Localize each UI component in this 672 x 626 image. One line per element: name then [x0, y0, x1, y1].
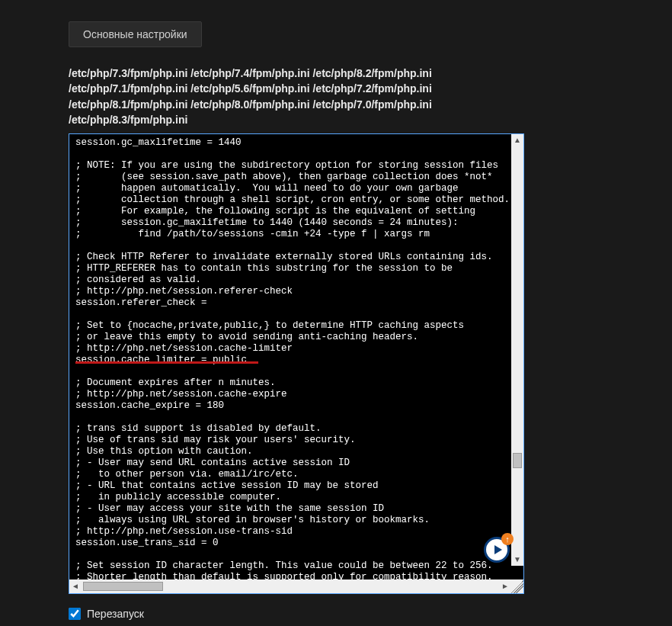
restart-checkbox[interactable]: [69, 608, 81, 620]
floating-action-button[interactable]: ↑: [484, 537, 510, 563]
path-line: /etc/php/7.3/fpm/php.ini /etc/php/7.4/fp…: [69, 66, 626, 81]
horizontal-scrollbar[interactable]: ◄ ►: [69, 579, 523, 593]
php-ini-paths: /etc/php/7.3/fpm/php.ini /etc/php/7.4/fp…: [69, 66, 626, 127]
vertical-scrollbar[interactable]: ▲ ▼: [511, 134, 523, 566]
vertical-scroll-thumb[interactable]: [513, 453, 522, 468]
highlight-underline: [75, 361, 258, 364]
scroll-left-arrow-icon[interactable]: ◄: [69, 580, 82, 592]
play-icon: [494, 545, 502, 554]
restart-label[interactable]: Перезапуск: [87, 608, 144, 620]
horizontal-scroll-thumb[interactable]: [83, 582, 163, 591]
editor-content[interactable]: session.gc_maxlifetime = 1440 ; NOTE: If…: [69, 134, 523, 579]
scroll-down-arrow-icon[interactable]: ▼: [511, 554, 523, 566]
path-line: /etc/php/7.1/fpm/php.ini /etc/php/5.6/fp…: [69, 81, 626, 96]
scroll-right-arrow-icon[interactable]: ►: [499, 580, 511, 592]
resize-grip-icon[interactable]: [511, 579, 523, 593]
scroll-up-arrow-icon[interactable]: ▲: [511, 134, 523, 146]
main-settings-button[interactable]: Основные настройки: [69, 21, 202, 47]
config-editor[interactable]: session.gc_maxlifetime = 1440 ; NOTE: If…: [69, 133, 524, 594]
path-line: /etc/php/8.3/fpm/php.ini: [69, 112, 626, 127]
path-line: /etc/php/8.1/fpm/php.ini /etc/php/8.0/fp…: [69, 97, 626, 112]
